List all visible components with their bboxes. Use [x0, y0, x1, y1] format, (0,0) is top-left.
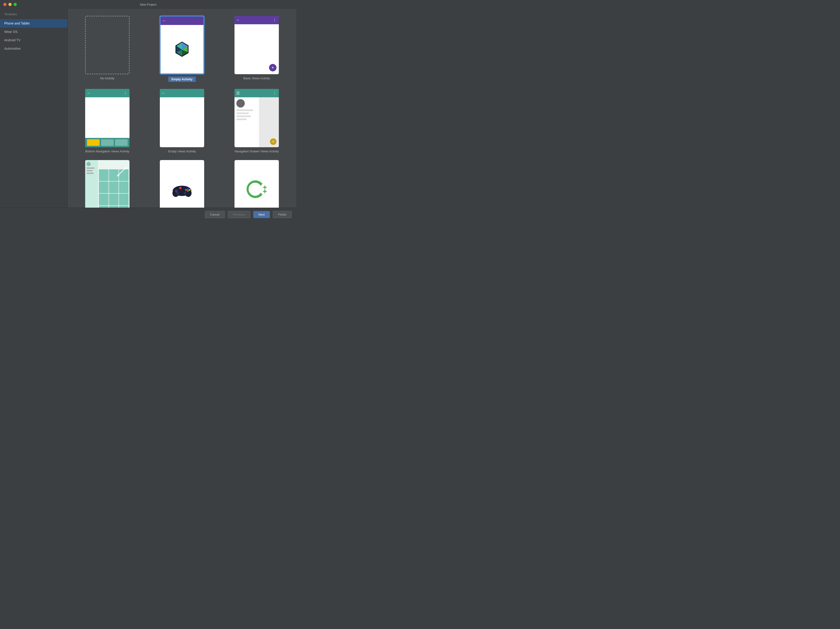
phone-topbar-empty-views: ← — [160, 89, 204, 97]
drawer-line-1 — [236, 109, 253, 111]
phone-topbar-empty: ← — [161, 17, 204, 25]
phone-body-basic: + — [235, 24, 279, 74]
fab-plus-basic: + — [269, 64, 276, 71]
resp-line-2 — [87, 170, 93, 171]
drawer-panel — [235, 97, 259, 147]
topbar-dots-bottom-nav-icon: ⋮ — [123, 91, 128, 95]
template-empty-activity-label: Empty Activity — [168, 77, 196, 82]
phone-body-empty-views — [160, 97, 204, 147]
basic-views-preview: ← ⋮ + — [235, 16, 279, 74]
template-nav-drawer-label: Navigation Drawer Views Activity — [235, 150, 279, 153]
resp-cell-8 — [109, 194, 118, 205]
responsive-table-preview: + — [85, 160, 129, 208]
svg-point-19 — [187, 190, 189, 192]
empty-views-preview: ← — [160, 89, 204, 147]
traffic-lights — [3, 3, 17, 6]
bottom-nav-bar — [85, 138, 129, 147]
template-empty-views[interactable]: ← Empty Views Activity — [149, 89, 215, 153]
android-logo-icon — [174, 41, 190, 57]
phone-topbar-nav-drawer: ☰ ⋮ — [235, 89, 279, 97]
minimize-button[interactable] — [8, 3, 12, 6]
close-button[interactable] — [3, 3, 6, 6]
empty-activity-preview: ← — [160, 16, 204, 74]
phone-mockup-basic: ← ⋮ + — [235, 16, 279, 74]
templates-grid: No Activity ← — [75, 16, 289, 208]
previous-button[interactable]: Previous — [228, 211, 250, 218]
template-empty-views-label: Empty Views Activity — [168, 150, 196, 153]
nav-drawer-preview: ☰ ⋮ + — [235, 89, 279, 147]
phone-mockup-empty-views: ← — [160, 89, 204, 147]
cpp-logo-icon — [246, 179, 267, 200]
template-nav-drawer[interactable]: ☰ ⋮ + — [224, 89, 289, 153]
phone-mockup-bottom-nav: ← ⋮ — [85, 89, 129, 147]
phone-topbar-basic: ← ⋮ — [235, 16, 279, 24]
sidebar-item-phone-tablet[interactable]: Phone and Tablet — [0, 19, 68, 28]
sidebar: Templates Phone and Tablet Wear OS Andro… — [0, 9, 68, 208]
resp-cell-6 — [119, 181, 129, 193]
drawer-line-2 — [236, 112, 249, 114]
topbar-dots-basic-icon: ⋮ — [273, 18, 277, 22]
nav-drawer-body: + — [235, 97, 279, 147]
template-bottom-nav-label: Bottom Navigation Views Activity — [85, 150, 129, 153]
resp-line-3 — [87, 173, 93, 174]
resp-left-panel — [85, 160, 98, 208]
resp-cell-1 — [99, 169, 109, 181]
next-button[interactable]: Next — [253, 211, 270, 218]
footer: Cancel Previous Next Finish — [0, 208, 296, 221]
svg-rect-27 — [264, 189, 265, 193]
svg-point-21 — [179, 187, 182, 189]
resp-cell-11 — [109, 206, 118, 208]
no-activity-preview — [85, 16, 129, 74]
drawer-header-avatar — [236, 99, 245, 107]
bottom-nav-tab-2 — [101, 139, 114, 146]
maximize-button[interactable] — [14, 3, 17, 6]
svg-point-22 — [176, 192, 179, 195]
bottom-nav-tab-3 — [115, 139, 128, 146]
template-responsive-table[interactable]: + Responsive Views Activity — [75, 160, 140, 208]
svg-rect-25 — [264, 186, 265, 189]
drawer-line-3 — [236, 115, 251, 117]
cpp-preview — [235, 160, 279, 208]
drawer-right-panel: + — [259, 97, 279, 147]
resp-cell-4 — [99, 181, 109, 193]
resp-cell-7 — [99, 194, 109, 205]
phone-mockup-nav-drawer: ☰ ⋮ + — [235, 89, 279, 147]
sidebar-heading: Templates — [0, 11, 68, 19]
phone-topbar-bottom-nav: ← ⋮ — [85, 89, 129, 97]
template-no-activity[interactable]: No Activity — [75, 16, 140, 82]
resp-cell-10 — [99, 206, 109, 208]
template-game[interactable]: Game Activity — [149, 160, 215, 208]
back-arrow-nav-drawer-icon: ☰ — [236, 91, 240, 95]
template-bottom-nav[interactable]: ← ⋮ Bottom Navigation Views Activity — [75, 89, 140, 153]
svg-rect-16 — [175, 191, 178, 192]
back-arrow-basic-icon: ← — [236, 18, 240, 22]
back-arrow-bottom-nav-icon: ← — [87, 91, 91, 95]
game-controller-icon — [172, 181, 193, 197]
title-bar: New Project — [0, 0, 296, 9]
svg-point-20 — [189, 189, 191, 191]
main-layout: Templates Phone and Tablet Wear OS Andro… — [0, 9, 296, 208]
svg-point-17 — [185, 189, 187, 191]
cancel-button[interactable]: Cancel — [205, 211, 225, 218]
fab-plus-nav-drawer: + — [270, 138, 276, 145]
finish-button[interactable]: Finish — [273, 211, 292, 218]
resp-cell-5 — [109, 181, 118, 193]
phone-body-bottom-nav — [85, 97, 129, 138]
templates-content: No Activity ← — [68, 9, 296, 208]
template-cpp[interactable]: Native C++ — [224, 160, 289, 208]
resp-cell-9 — [119, 194, 129, 205]
template-basic-views-label: Basic Views Activity — [243, 77, 270, 80]
sidebar-item-automotive[interactable]: Automotive — [0, 44, 68, 53]
template-empty-activity[interactable]: ← — [149, 16, 215, 82]
phone-mockup-empty: ← — [161, 17, 204, 74]
resize-arrow-icon — [116, 166, 128, 178]
template-basic-views[interactable]: ← ⋮ + Basic Views Activity — [224, 16, 289, 82]
phone-body-empty — [161, 25, 204, 74]
sidebar-item-wear-os[interactable]: Wear OS — [0, 28, 68, 36]
topbar-dots-nav-drawer-icon: ⋮ — [273, 91, 277, 95]
resp-line-1 — [87, 167, 95, 169]
drawer-line-4 — [236, 118, 246, 120]
sidebar-item-android-tv[interactable]: Android TV — [0, 36, 68, 44]
bottom-nav-tab-active — [87, 139, 99, 146]
resp-cell-12 — [119, 206, 129, 208]
